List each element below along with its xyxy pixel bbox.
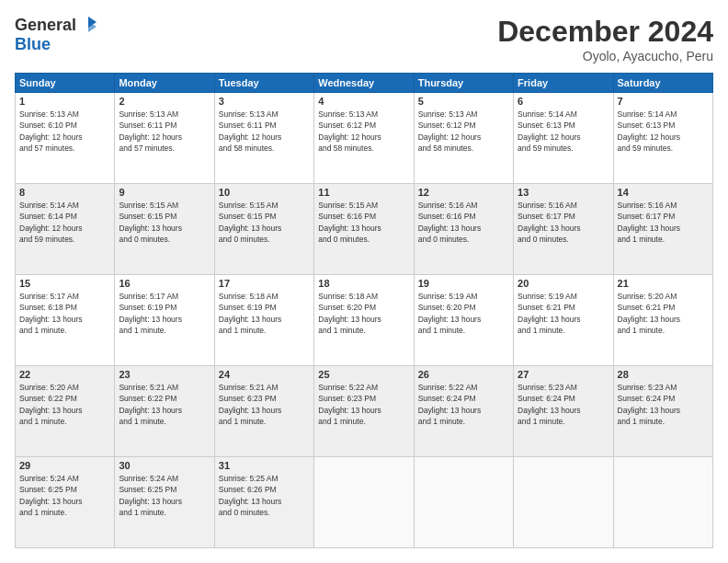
calendar-page: General Blue December 2024 Oyolo, Ayacuc… — [0, 0, 728, 563]
day-info: Sunrise: 5:22 AMSunset: 6:24 PMDaylight:… — [418, 382, 509, 427]
day-number: 31 — [219, 460, 310, 471]
day-info: Sunrise: 5:16 AMSunset: 6:16 PMDaylight:… — [418, 200, 509, 245]
table-row: 14Sunrise: 5:16 AMSunset: 6:17 PMDayligh… — [613, 184, 712, 275]
day-info: Sunrise: 5:13 AMSunset: 6:10 PMDaylight:… — [19, 109, 110, 154]
day-number: 3 — [219, 96, 310, 107]
day-info: Sunrise: 5:24 AMSunset: 6:25 PMDaylight:… — [119, 473, 210, 518]
day-info: Sunrise: 5:16 AMSunset: 6:17 PMDaylight:… — [518, 200, 609, 245]
day-number: 11 — [318, 187, 409, 198]
day-number: 13 — [518, 187, 609, 198]
calendar-week-row: 22Sunrise: 5:20 AMSunset: 6:22 PMDayligh… — [16, 366, 713, 457]
day-info: Sunrise: 5:20 AMSunset: 6:22 PMDaylight:… — [19, 382, 110, 427]
table-row — [414, 457, 513, 548]
day-info: Sunrise: 5:21 AMSunset: 6:22 PMDaylight:… — [119, 382, 210, 427]
day-info: Sunrise: 5:22 AMSunset: 6:23 PMDaylight:… — [318, 382, 409, 427]
day-info: Sunrise: 5:14 AMSunset: 6:13 PMDaylight:… — [618, 109, 709, 154]
day-number: 9 — [119, 187, 210, 198]
table-row: 7Sunrise: 5:14 AMSunset: 6:13 PMDaylight… — [613, 93, 712, 184]
logo: General Blue — [15, 15, 98, 54]
day-number: 25 — [318, 369, 409, 380]
table-row: 5Sunrise: 5:13 AMSunset: 6:12 PMDaylight… — [414, 93, 513, 184]
table-row: 21Sunrise: 5:20 AMSunset: 6:21 PMDayligh… — [613, 275, 712, 366]
table-row: 9Sunrise: 5:15 AMSunset: 6:15 PMDaylight… — [115, 184, 214, 275]
day-number: 20 — [518, 278, 609, 289]
page-header: General Blue December 2024 Oyolo, Ayacuc… — [15, 15, 713, 63]
day-info: Sunrise: 5:13 AMSunset: 6:12 PMDaylight:… — [418, 109, 509, 154]
calendar-header-row: Sunday Monday Tuesday Wednesday Thursday… — [16, 74, 713, 93]
table-row: 13Sunrise: 5:16 AMSunset: 6:17 PMDayligh… — [514, 184, 613, 275]
table-row: 10Sunrise: 5:15 AMSunset: 6:15 PMDayligh… — [214, 184, 313, 275]
logo-flag-icon — [78, 15, 98, 35]
day-info: Sunrise: 5:23 AMSunset: 6:24 PMDaylight:… — [518, 382, 609, 427]
table-row: 4Sunrise: 5:13 AMSunset: 6:12 PMDaylight… — [314, 93, 414, 184]
table-row: 6Sunrise: 5:14 AMSunset: 6:13 PMDaylight… — [514, 93, 613, 184]
day-info: Sunrise: 5:13 AMSunset: 6:11 PMDaylight:… — [219, 109, 310, 154]
calendar-week-row: 1Sunrise: 5:13 AMSunset: 6:10 PMDaylight… — [16, 93, 713, 184]
table-row: 11Sunrise: 5:15 AMSunset: 6:16 PMDayligh… — [314, 184, 414, 275]
table-row: 16Sunrise: 5:17 AMSunset: 6:19 PMDayligh… — [115, 275, 214, 366]
day-info: Sunrise: 5:23 AMSunset: 6:24 PMDaylight:… — [618, 382, 709, 427]
day-number: 1 — [19, 96, 110, 107]
day-number: 21 — [618, 278, 709, 289]
day-info: Sunrise: 5:13 AMSunset: 6:12 PMDaylight:… — [318, 109, 409, 154]
table-row: 2Sunrise: 5:13 AMSunset: 6:11 PMDaylight… — [115, 93, 214, 184]
logo-general-text: General — [15, 16, 76, 35]
day-number: 24 — [219, 369, 310, 380]
table-row: 23Sunrise: 5:21 AMSunset: 6:22 PMDayligh… — [115, 366, 214, 457]
day-info: Sunrise: 5:14 AMSunset: 6:14 PMDaylight:… — [19, 200, 110, 245]
day-number: 7 — [618, 96, 709, 107]
table-row: 3Sunrise: 5:13 AMSunset: 6:11 PMDaylight… — [214, 93, 313, 184]
day-info: Sunrise: 5:19 AMSunset: 6:21 PMDaylight:… — [518, 291, 609, 336]
day-number: 12 — [418, 187, 509, 198]
day-number: 8 — [19, 187, 110, 198]
table-row — [514, 457, 613, 548]
col-sunday: Sunday — [16, 74, 115, 93]
day-info: Sunrise: 5:16 AMSunset: 6:17 PMDaylight:… — [618, 200, 709, 245]
table-row: 25Sunrise: 5:22 AMSunset: 6:23 PMDayligh… — [314, 366, 414, 457]
day-info: Sunrise: 5:15 AMSunset: 6:16 PMDaylight:… — [318, 200, 409, 245]
day-number: 2 — [119, 96, 210, 107]
col-monday: Monday — [115, 74, 214, 93]
table-row: 12Sunrise: 5:16 AMSunset: 6:16 PMDayligh… — [414, 184, 513, 275]
day-info: Sunrise: 5:17 AMSunset: 6:18 PMDaylight:… — [19, 291, 110, 336]
day-info: Sunrise: 5:18 AMSunset: 6:19 PMDaylight:… — [219, 291, 310, 336]
day-number: 30 — [119, 460, 210, 471]
table-row: 24Sunrise: 5:21 AMSunset: 6:23 PMDayligh… — [214, 366, 313, 457]
table-row: 1Sunrise: 5:13 AMSunset: 6:10 PMDaylight… — [16, 93, 115, 184]
day-number: 26 — [418, 369, 509, 380]
month-title: December 2024 — [497, 15, 713, 49]
location-subtitle: Oyolo, Ayacucho, Peru — [497, 49, 713, 63]
day-info: Sunrise: 5:18 AMSunset: 6:20 PMDaylight:… — [318, 291, 409, 336]
day-number: 29 — [19, 460, 110, 471]
day-info: Sunrise: 5:17 AMSunset: 6:19 PMDaylight:… — [119, 291, 210, 336]
day-number: 16 — [119, 278, 210, 289]
calendar-week-row: 15Sunrise: 5:17 AMSunset: 6:18 PMDayligh… — [16, 275, 713, 366]
day-info: Sunrise: 5:13 AMSunset: 6:11 PMDaylight:… — [119, 109, 210, 154]
calendar-week-row: 29Sunrise: 5:24 AMSunset: 6:25 PMDayligh… — [16, 457, 713, 548]
col-saturday: Saturday — [613, 74, 712, 93]
table-row — [613, 457, 712, 548]
day-number: 18 — [318, 278, 409, 289]
calendar-table: Sunday Monday Tuesday Wednesday Thursday… — [15, 73, 713, 548]
day-number: 5 — [418, 96, 509, 107]
day-info: Sunrise: 5:25 AMSunset: 6:26 PMDaylight:… — [219, 473, 310, 518]
table-row: 29Sunrise: 5:24 AMSunset: 6:25 PMDayligh… — [16, 457, 115, 548]
day-number: 15 — [19, 278, 110, 289]
day-info: Sunrise: 5:14 AMSunset: 6:13 PMDaylight:… — [518, 109, 609, 154]
table-row: 20Sunrise: 5:19 AMSunset: 6:21 PMDayligh… — [514, 275, 613, 366]
calendar-week-row: 8Sunrise: 5:14 AMSunset: 6:14 PMDaylight… — [16, 184, 713, 275]
logo-blue-text: Blue — [15, 35, 51, 53]
day-number: 27 — [518, 369, 609, 380]
table-row: 19Sunrise: 5:19 AMSunset: 6:20 PMDayligh… — [414, 275, 513, 366]
table-row: 28Sunrise: 5:23 AMSunset: 6:24 PMDayligh… — [613, 366, 712, 457]
table-row: 8Sunrise: 5:14 AMSunset: 6:14 PMDaylight… — [16, 184, 115, 275]
day-number: 6 — [518, 96, 609, 107]
day-number: 4 — [318, 96, 409, 107]
day-number: 10 — [219, 187, 310, 198]
table-row — [314, 457, 414, 548]
table-row: 15Sunrise: 5:17 AMSunset: 6:18 PMDayligh… — [16, 275, 115, 366]
table-row: 18Sunrise: 5:18 AMSunset: 6:20 PMDayligh… — [314, 275, 414, 366]
day-info: Sunrise: 5:20 AMSunset: 6:21 PMDaylight:… — [618, 291, 709, 336]
day-info: Sunrise: 5:24 AMSunset: 6:25 PMDaylight:… — [19, 473, 110, 518]
table-row: 30Sunrise: 5:24 AMSunset: 6:25 PMDayligh… — [115, 457, 214, 548]
